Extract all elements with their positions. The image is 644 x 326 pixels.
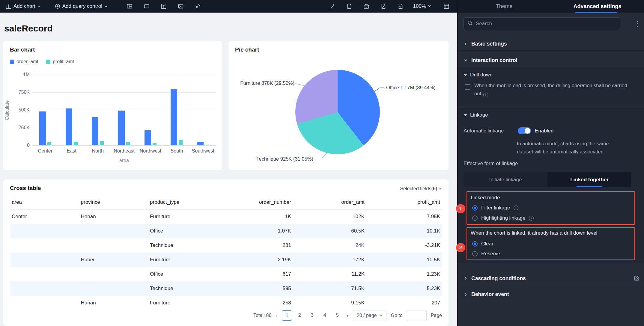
page-button-5[interactable]: 5 bbox=[332, 310, 342, 321]
table-row[interactable]: Office1.07K60.5K10.1K bbox=[10, 224, 442, 238]
filter-linkage-option[interactable]: Filter linkage i bbox=[472, 205, 518, 211]
page-button-1[interactable]: 1 bbox=[282, 310, 292, 321]
radio-highlighting-linkage[interactable] bbox=[472, 215, 478, 221]
table-cell bbox=[79, 224, 148, 238]
search-input[interactable] bbox=[476, 21, 616, 27]
more-options-icon[interactable]: ⋮ bbox=[634, 19, 641, 29]
add-query-control-button[interactable]: Add query control bbox=[55, 3, 108, 9]
column-header-product_type[interactable]: product_type bbox=[148, 195, 219, 209]
column-header-province[interactable]: province bbox=[79, 195, 148, 209]
theme-brush-icon[interactable] bbox=[329, 3, 335, 9]
legend-item-order_amt[interactable]: order_amt bbox=[10, 59, 38, 64]
column-header-profit_amt[interactable]: profit_amt bbox=[366, 195, 442, 209]
column-header-order_amt[interactable]: order_amt bbox=[293, 195, 366, 209]
bar-order_amt-North[interactable] bbox=[92, 117, 98, 145]
linkage-toggle[interactable]: Linkage bbox=[464, 112, 488, 118]
page-size-select[interactable]: 20 / page bbox=[353, 310, 387, 321]
section-behavior-event[interactable]: Behavior event bbox=[458, 288, 644, 301]
bar-order_amt-Northwest[interactable] bbox=[145, 130, 151, 145]
add-chart-button[interactable]: Add chart bbox=[6, 3, 41, 9]
bar-order_amt-East[interactable] bbox=[66, 108, 72, 145]
table-cell bbox=[79, 281, 148, 296]
tab-initiate-linkage[interactable]: Initiate linkage bbox=[464, 172, 547, 187]
search-box[interactable] bbox=[464, 17, 620, 30]
active-tab-underline bbox=[575, 12, 617, 13]
table-cell: Technique bbox=[148, 238, 219, 253]
table-row[interactable]: CenterHenanFurniture1K102K7.95K bbox=[10, 209, 442, 224]
bar-order_amt-South[interactable] bbox=[171, 89, 177, 145]
table-row[interactable]: HunanFurniture2589.15K207 bbox=[10, 296, 442, 310]
goto-page-input[interactable] bbox=[407, 310, 427, 321]
selected-fields-dropdown[interactable]: Selected fields(6) bbox=[400, 186, 442, 191]
text-icon[interactable] bbox=[161, 3, 167, 9]
table-row[interactable]: Office61711.2K1.23K bbox=[10, 267, 442, 281]
drill-mobile-checkbox[interactable] bbox=[465, 84, 470, 90]
cross-table-card[interactable]: Cross table Selected fields(6) areaprovi… bbox=[3, 179, 449, 326]
bar-profit_amt-Northeast[interactable] bbox=[126, 142, 130, 145]
automatic-linkage-switch[interactable] bbox=[518, 127, 531, 134]
table-cell: 1.07K bbox=[219, 224, 293, 238]
layout-icon[interactable] bbox=[127, 3, 133, 9]
table-row[interactable]: HubeiFurniture2.19K172K10.5K bbox=[10, 253, 442, 267]
table-cell: 9.15K bbox=[293, 296, 366, 310]
table-cell: Technique bbox=[148, 281, 219, 296]
x-tick-label: North bbox=[85, 148, 111, 154]
bar-order_amt-Northeast[interactable] bbox=[118, 111, 125, 145]
reserve-option[interactable]: Reserve bbox=[472, 251, 500, 257]
bar-profit_amt-North[interactable] bbox=[100, 141, 104, 145]
column-header-order_number[interactable]: order_number bbox=[219, 195, 293, 209]
save-icon[interactable] bbox=[363, 3, 369, 9]
page-button-4[interactable]: 4 bbox=[320, 310, 330, 321]
info-icon[interactable]: i bbox=[514, 206, 518, 210]
bar-plot bbox=[32, 75, 216, 145]
table-row[interactable]: Technique59571.5K5.23K bbox=[10, 281, 442, 296]
bar-order_amt-Center[interactable] bbox=[39, 111, 46, 145]
drill-down-toggle[interactable]: Drill down bbox=[464, 72, 493, 78]
grid-icon[interactable] bbox=[443, 3, 449, 9]
radio-clear[interactable] bbox=[472, 241, 478, 247]
pie-circle[interactable] bbox=[295, 70, 380, 154]
page-button-2[interactable]: 2 bbox=[294, 310, 305, 321]
file-check-icon[interactable] bbox=[398, 3, 404, 9]
radio-reserve[interactable] bbox=[472, 251, 478, 256]
y-tick-label: 1M bbox=[13, 72, 30, 77]
file-block-icon[interactable] bbox=[380, 3, 386, 9]
image-icon[interactable] bbox=[178, 3, 184, 9]
drill-level-annotation-box: When the chart is linked, it already has… bbox=[467, 227, 635, 260]
bar-chart-title: Bar chart bbox=[10, 46, 35, 53]
bar-profit_amt-Northwest[interactable] bbox=[153, 143, 157, 145]
section-interaction-control[interactable]: Interaction control bbox=[458, 54, 644, 67]
document-icon[interactable] bbox=[346, 3, 352, 9]
clear-option[interactable]: Clear bbox=[472, 241, 493, 247]
table-row[interactable]: Technique28124K-3.21K bbox=[10, 238, 442, 253]
edit-icon[interactable] bbox=[634, 275, 640, 283]
tab-linked-together[interactable]: Linked together bbox=[547, 172, 631, 187]
section-cascading-conditions[interactable]: Cascading conditions bbox=[458, 272, 644, 285]
card-icon[interactable] bbox=[144, 3, 150, 9]
pie-chart-card[interactable]: Pie chart Office 1.17M (39.44%) Furnitur… bbox=[228, 41, 449, 170]
link-icon[interactable] bbox=[195, 3, 201, 9]
bar-profit_amt-Southwest[interactable] bbox=[205, 145, 209, 145]
section-basic-settings[interactable]: Basic settings bbox=[458, 37, 644, 51]
prev-page-button[interactable]: ‹ bbox=[276, 312, 278, 319]
next-page-button[interactable]: › bbox=[347, 312, 349, 319]
info-icon[interactable]: i bbox=[483, 93, 488, 97]
legend-item-profit_amt[interactable]: profit_amt bbox=[46, 59, 74, 64]
page-size-value: 20 / page bbox=[357, 313, 377, 318]
table-header-row: areaprovinceproduct_typeorder_numberorde… bbox=[10, 195, 442, 209]
tab-advanced-settings[interactable]: Advanced settings bbox=[551, 0, 644, 13]
tab-theme[interactable]: Theme bbox=[458, 0, 551, 13]
page-button-3[interactable]: 3 bbox=[307, 310, 317, 321]
info-icon[interactable]: i bbox=[529, 216, 534, 221]
bar-order_amt-Southwest[interactable] bbox=[197, 142, 204, 145]
bar-profit_amt-East[interactable] bbox=[74, 142, 78, 145]
bar-profit_amt-Center[interactable] bbox=[47, 142, 51, 145]
radio-filter-linkage[interactable] bbox=[472, 205, 478, 211]
highlighting-linkage-option[interactable]: Highlighting linkage i bbox=[472, 215, 534, 221]
zoom-control[interactable]: 100% bbox=[413, 3, 431, 9]
sidebar-tabs: Theme Advanced settings bbox=[458, 0, 644, 13]
table-cell: Hunan bbox=[79, 296, 148, 310]
column-header-area[interactable]: area bbox=[10, 195, 79, 209]
bar-profit_amt-South[interactable] bbox=[179, 140, 183, 145]
bar-chart-card[interactable]: Bar chart order_amtprofit_amt Calculate … bbox=[3, 41, 222, 170]
